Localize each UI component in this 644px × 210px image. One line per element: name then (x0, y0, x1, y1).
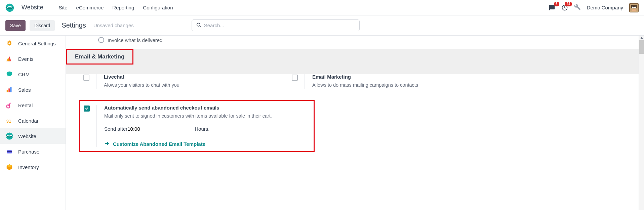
sidebar-item-website[interactable]: Website (0, 128, 66, 144)
page-title: Settings (62, 22, 86, 29)
setting-abandoned: Automatically send abandoned checkout em… (84, 105, 310, 147)
sidebar-item-crm[interactable]: CRM (0, 67, 66, 82)
svg-rect-6 (632, 9, 636, 11)
sidebar-item-label: Events (18, 56, 34, 62)
sidebar-item-label: General Settings (18, 41, 56, 46)
livechat-title: Livechat (104, 74, 272, 80)
svg-rect-10 (7, 90, 8, 92)
website-icon (5, 132, 13, 140)
sidebar-item-purchase[interactable]: Purchase (0, 144, 66, 159)
save-button[interactable]: Save (5, 20, 26, 31)
sidebar-item-label: Rental (18, 102, 33, 108)
livechat-desc: Alows your visitors to chat with you (104, 82, 272, 89)
email-marketing-checkbox[interactable] (292, 75, 298, 81)
sidebar-item-label: CRM (18, 72, 30, 77)
invoice-option-row: Invoice what is delivered (66, 36, 644, 49)
sidebar-item-general-settings[interactable]: General Settings (0, 36, 66, 51)
svg-rect-3 (631, 5, 637, 8)
svg-point-9 (8, 42, 10, 44)
discard-button[interactable]: Discard (30, 20, 55, 31)
topnav-item-reporting[interactable]: Reporting (112, 5, 134, 10)
sidebar-item-label: Website (18, 133, 36, 139)
sidebar-item-calendar[interactable]: 31 Calendar (0, 113, 66, 128)
settings-sidebar[interactable]: General Settings Events CRM Sales Rental (0, 36, 66, 210)
activities-badge: 24 (565, 2, 572, 6)
setting-email-marketing: Email Marketing Allows to do mass mailin… (292, 74, 480, 89)
search-input[interactable] (204, 23, 355, 28)
abandoned-highlight-box: Automatically send abandoned checkout em… (79, 100, 315, 152)
send-after-row: Send afterHours. (104, 126, 310, 132)
customize-abandoned-template-link[interactable]: Customize Abandoned Email Template (104, 141, 205, 147)
svg-line-8 (200, 26, 201, 27)
svg-marker-20 (640, 37, 643, 39)
abandoned-desc: Mail only sent to signed in customers wi… (104, 113, 310, 120)
top-menu: Site eCommerce Reporting Configuration (59, 5, 173, 10)
sidebar-item-events[interactable]: Events (0, 51, 66, 67)
search-icon (196, 22, 201, 29)
app-brand[interactable]: Website (22, 4, 43, 11)
customize-link-label: Customize Abandoned Email Template (113, 141, 205, 147)
crm-icon (5, 70, 13, 78)
inventory-icon (5, 163, 13, 171)
scroll-up-icon[interactable] (639, 36, 644, 40)
email-marketing-desc: Allows to do mass mailing campaigns to c… (312, 82, 480, 89)
scroll-thumb[interactable] (639, 40, 644, 54)
svg-rect-11 (8, 88, 10, 92)
svg-point-5 (634, 6, 636, 8)
messages-badge: 6 (554, 2, 559, 6)
sidebar-item-inventory[interactable]: Inventory (0, 159, 66, 175)
sidebar-item-label: Sales (18, 87, 31, 93)
sidebar-item-rental[interactable]: Rental (0, 97, 66, 113)
section-title-email-marketing: Email & Marketing (66, 49, 133, 65)
action-bar: Save Discard Settings Unsaved changes (0, 15, 644, 36)
sales-icon (5, 86, 13, 94)
radio-unchecked-icon[interactable] (98, 37, 104, 43)
sidebar-item-sales[interactable]: Sales (0, 82, 66, 97)
abandoned-checkbox[interactable] (84, 106, 90, 112)
unsaved-status: Unsaved changes (93, 23, 134, 28)
user-avatar[interactable] (629, 3, 639, 12)
send-after-unit: Hours. (195, 126, 209, 132)
livechat-checkbox[interactable] (83, 75, 89, 81)
invoice-option-label: Invoice what is delivered (108, 37, 162, 43)
topnav-item-ecommerce[interactable]: eCommerce (76, 5, 104, 10)
topnav-item-configuration[interactable]: Configuration (143, 5, 173, 10)
gear-icon (5, 39, 13, 47)
purchase-icon (5, 148, 13, 156)
events-icon (5, 55, 13, 63)
search-box[interactable] (192, 19, 360, 31)
messages-icon[interactable]: 6 (549, 4, 555, 11)
send-after-label: Send after (104, 126, 127, 132)
settings-main: Invoice what is delivered Email & Market… (66, 36, 644, 210)
setting-livechat: Livechat Alows your visitors to chat wit… (83, 74, 272, 89)
abandoned-title: Automatically send abandoned checkout em… (104, 105, 310, 111)
rental-icon (5, 101, 13, 109)
email-marketing-title: Email Marketing (312, 74, 480, 80)
app-logo (5, 3, 14, 12)
calendar-icon: 31 (5, 117, 13, 125)
scrollbar[interactable] (639, 36, 644, 210)
sidebar-item-label: Purchase (18, 149, 39, 155)
svg-rect-18 (7, 151, 12, 152)
svg-rect-12 (10, 87, 12, 92)
activities-icon[interactable]: 24 (561, 4, 568, 11)
svg-point-4 (632, 6, 634, 8)
svg-point-7 (197, 23, 200, 26)
send-after-input[interactable] (127, 126, 195, 132)
sidebar-item-label: Calendar (18, 118, 39, 124)
top-nav: Website Site eCommerce Reporting Configu… (0, 0, 644, 15)
svg-rect-17 (7, 150, 12, 153)
debug-icon[interactable] (574, 4, 581, 11)
arrow-right-icon (104, 141, 110, 147)
company-name[interactable]: Demo Company (587, 5, 623, 10)
sidebar-item-label: Inventory (18, 164, 39, 170)
topnav-item-site[interactable]: Site (59, 5, 68, 10)
svg-text:31: 31 (6, 119, 11, 124)
